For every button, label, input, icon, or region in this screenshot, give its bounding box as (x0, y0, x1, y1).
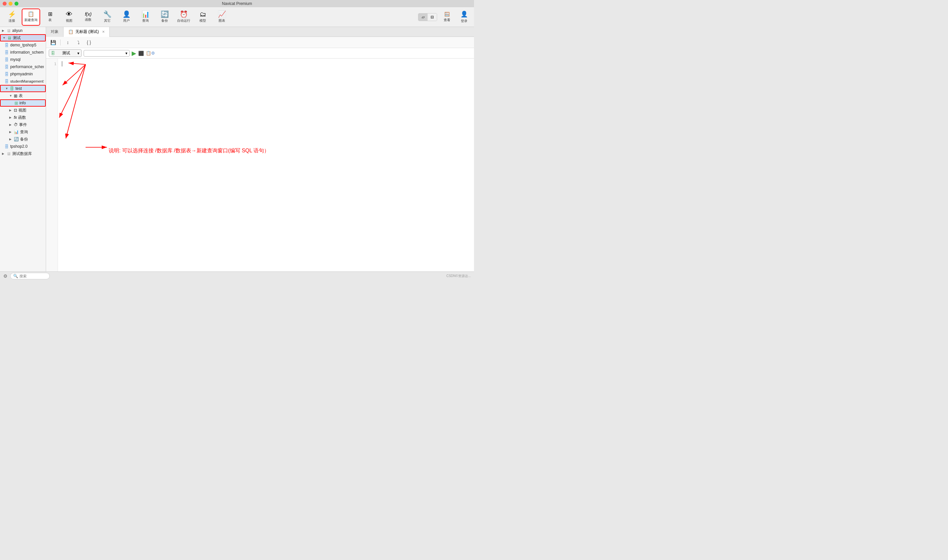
window-title: Navicat Premium (222, 1, 252, 6)
queries-label: 查询 (20, 129, 28, 135)
query-icon: 📊 (142, 11, 150, 17)
query-toolbar: 💾 ↕ ⤵ { } (46, 37, 474, 48)
connection-selector[interactable]: 🗄 测试 ▾ (49, 49, 82, 57)
toolbar-other[interactable]: 🔧 其它 (98, 9, 117, 26)
editor-content[interactable] (58, 58, 474, 271)
view-toggle-single[interactable]: ▱ (418, 14, 428, 21)
toolbar-auto-run[interactable]: ⏰ 自动运行 (174, 9, 193, 26)
toolbar-table[interactable]: ⊞ 表 (41, 9, 59, 26)
tabs-bar: 对象 📋 无标题 (测试) ✕ (46, 27, 474, 37)
mysql-label: mysql (10, 57, 20, 62)
chart-icon: 📈 (218, 11, 226, 17)
sidebar-item-aliyun[interactable]: ▶ 🖥 aliyun (0, 27, 46, 34)
beautify-button[interactable]: ↕ (63, 39, 72, 46)
function-label: 函数 (85, 17, 91, 22)
sidebar-item-events[interactable]: ▶ ⏱ 事件 (0, 121, 46, 128)
tab-query[interactable]: 📋 无标题 (测试) ✕ (63, 27, 109, 37)
student-label: studentManagementSystem (10, 79, 44, 83)
conn-selector-label: 测试 (62, 50, 70, 56)
schema-arrow: ▾ (125, 51, 127, 55)
text-cursor (62, 61, 62, 66)
query-tab-label: 无标题 (测试) (76, 29, 99, 35)
sidebar-item-mysql[interactable]: 🗄 mysql (0, 56, 46, 63)
wrap-button[interactable]: ⤵ (74, 39, 83, 46)
new-query-label: 新建查询 (25, 18, 37, 22)
test-db-icon: 🖥 (6, 151, 11, 156)
sidebar-item-tpshop2[interactable]: 🗄 tpshop2.0 (0, 143, 46, 150)
window-controls[interactable] (3, 2, 18, 6)
login-label: 登录 (461, 19, 467, 23)
stop-button[interactable]: ⬛ (138, 51, 144, 56)
table-info-icon: ⊞ (14, 101, 18, 106)
info-schema-label: information_schema (10, 50, 44, 55)
sidebar-item-info-schema[interactable]: 🗄 information_schema (0, 49, 46, 56)
view-toggle[interactable]: ▱ ⊟ (418, 13, 437, 21)
sidebar-item-perf-schema[interactable]: 🗄 performance_schema (0, 63, 46, 71)
sidebar-item-queries[interactable]: ▶ 📊 查询 (0, 128, 46, 135)
folder-table-icon: ⊞ (14, 94, 17, 98)
settings-icon[interactable]: ⚙ (3, 274, 8, 279)
toolbar-new-query[interactable]: 📋 新建查询 (22, 9, 40, 26)
toolbar-chart[interactable]: 📈 图表 (213, 9, 231, 26)
query-conn-bar: 🗄 测试 ▾ ▾ ▶ ⬛ 📋⚙ (46, 48, 474, 58)
search-box[interactable]: 🔍 (10, 273, 50, 279)
editor-area[interactable]: 1 (46, 58, 474, 271)
sidebar-item-funcs[interactable]: ▶ fx 函数 (0, 114, 46, 121)
ceshi-conn-icon: 🖥 (7, 35, 12, 40)
queries-folder-icon: 📊 (14, 130, 19, 134)
minimize-button[interactable] (9, 2, 12, 6)
funcs-folder-icon: fx (14, 115, 17, 120)
connect-label: 连接 (9, 18, 15, 23)
toolbar-login[interactable]: 👤 登录 (457, 9, 472, 26)
sidebar-item-tables[interactable]: ▼ ⊞ 表 (0, 92, 46, 99)
explain-button[interactable]: 📋⚙ (146, 51, 155, 55)
save-button[interactable]: 💾 (49, 39, 57, 46)
arrow-icon-test: ▼ (5, 87, 9, 90)
arrow-icon-events: ▶ (9, 123, 12, 126)
ceshi-label: 测试 (13, 35, 21, 41)
conn-selector-icon: 🗄 (51, 51, 55, 55)
sidebar-item-test-db[interactable]: ▶ 🖥 测试数据库 (0, 150, 46, 157)
arrow-icon-funcs: ▶ (9, 116, 12, 119)
events-label: 事件 (19, 122, 27, 128)
funcs-label: 函数 (18, 115, 26, 120)
user-icon: 👤 (122, 11, 131, 17)
status-bar: ⚙ 🔍 CSDN©资源达... (0, 271, 474, 280)
maximize-button[interactable] (14, 2, 18, 6)
events-folder-icon: ⏱ (14, 122, 18, 127)
arrow-icon-test-db: ▶ (2, 152, 5, 155)
arrow-icon-queries: ▶ (9, 130, 12, 134)
tables-label: 表 (19, 93, 23, 99)
table-icon: ⊞ (48, 12, 52, 17)
db-icon-perf: 🗄 (5, 65, 9, 69)
close-button[interactable] (3, 2, 6, 6)
toolbar-connect[interactable]: ⚡ 连接 (3, 9, 21, 26)
sidebar-item-info[interactable]: ⊞ info (0, 99, 46, 107)
main-layout: ▶ 🖥 aliyun ▼ 🖥 测试 🗄 demo_tpshop5 🗄 infor… (0, 27, 474, 271)
toolbar-view[interactable]: 👁 视图 (60, 9, 79, 26)
watermark-text: CSDN©资源达... (446, 274, 471, 278)
content-area: 对象 📋 无标题 (测试) ✕ 💾 ↕ ⤵ { } 🗄 测试 ▾ (46, 27, 474, 271)
views-folder-icon: ⊡ (14, 108, 17, 112)
sidebar-item-student[interactable]: 🗄 studentManagementSystem (0, 78, 46, 85)
sidebar-item-views[interactable]: ▶ ⊡ 视图 (0, 107, 46, 114)
schema-selector[interactable]: ▾ (83, 50, 130, 57)
user-label: 用户 (123, 18, 130, 23)
toolbar-function[interactable]: f(x) 函数 (79, 9, 97, 26)
toolbar-query[interactable]: 📊 查询 (136, 9, 155, 26)
sidebar-item-ceshi[interactable]: ▼ 🖥 测试 (0, 34, 46, 42)
toolbar-backup[interactable]: 🔄 备份 (156, 9, 174, 26)
sidebar-item-test[interactable]: ▼ 🗄 test (0, 85, 46, 92)
sidebar-item-phpmyadmin[interactable]: 🗄 phpmyadmin (0, 71, 46, 78)
sidebar-item-backups[interactable]: ▶ 🔄 备份 (0, 135, 46, 143)
toolbar-user[interactable]: 👤 用户 (117, 9, 136, 26)
toolbar-view-right[interactable]: 🪟 查看 (440, 9, 454, 26)
search-input[interactable] (19, 274, 49, 278)
tab-close-btn[interactable]: ✕ (102, 30, 105, 34)
view-toggle-split[interactable]: ⊟ (428, 14, 437, 21)
run-button[interactable]: ▶ (132, 50, 136, 57)
toolbar-model[interactable]: 🗂 模型 (194, 9, 212, 26)
tab-objects[interactable]: 对象 (46, 27, 63, 37)
comment-button[interactable]: { } (85, 39, 93, 46)
sidebar-item-demo-tpshop5[interactable]: 🗄 demo_tpshop5 (0, 42, 46, 49)
